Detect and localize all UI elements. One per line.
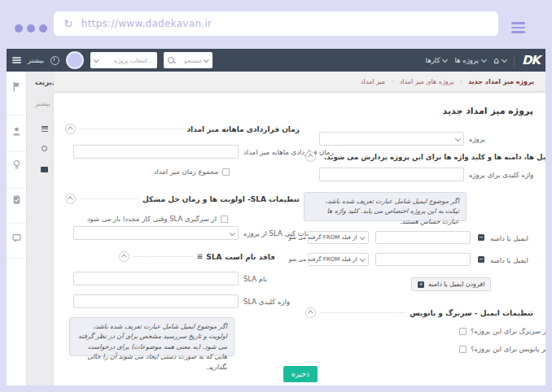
browser-menu-icon[interactable] bbox=[511, 20, 525, 36]
chevron-down-icon bbox=[360, 256, 365, 261]
chevron-down-icon bbox=[481, 56, 487, 62]
email-domain-input[interactable] bbox=[375, 231, 471, 244]
main-card: پروژه میز امداد جدید زمان قراردادی ماهان… bbox=[54, 93, 545, 385]
traffic-dot bbox=[27, 24, 35, 33]
project-select[interactable]: انتخاب پروژه... bbox=[90, 52, 157, 68]
sidebar-item-messages[interactable] bbox=[7, 224, 26, 259]
app-frame: بیشتر انتخاب پروژه... جستجو کارها bbox=[7, 49, 545, 385]
nav-menu-icon[interactable] bbox=[12, 55, 21, 65]
browser-chrome: ↻ https://www.dadekavan.ir bbox=[0, 0, 552, 49]
section-header-sla: تنظیمات SLA- اولویت ها و زمان حل مشکل bbox=[65, 194, 300, 204]
sidebar-item-flag[interactable] bbox=[7, 72, 26, 115]
reload-icon[interactable]: ↻ bbox=[64, 18, 73, 29]
email-info-box: اگر موضوع ایمیل شامل عبارت تعریف شده باش… bbox=[304, 192, 467, 221]
sidebar-flyout: مدیریت بیشتر bbox=[27, 72, 54, 385]
chevron-down-icon bbox=[455, 136, 460, 141]
sla-name-label: نام SLA bbox=[243, 275, 267, 283]
breadcrumb-separator: ‹ bbox=[391, 78, 394, 85]
lightbulb-icon bbox=[11, 159, 22, 170]
breadcrumb-item[interactable]: میز امداد bbox=[361, 78, 385, 85]
url-text[interactable]: https://www.dadekavan.ir bbox=[81, 18, 212, 29]
gear-icon[interactable] bbox=[42, 146, 47, 151]
breadcrumb: میز امداد ‹ پروژه های میز امداد ‹ پروژه … bbox=[54, 72, 545, 93]
change-header-checkbox[interactable] bbox=[459, 328, 467, 335]
flyout-more[interactable]: بیشتر bbox=[35, 100, 50, 107]
change-header-checkbox-label: تغییر سربرگ برای این پروژه؟ bbox=[471, 327, 545, 335]
nav-item-tasks[interactable]: کارها bbox=[426, 56, 448, 64]
sla-resume-checkbox[interactable] bbox=[221, 216, 228, 223]
sidebar-item-tasks[interactable] bbox=[7, 189, 26, 224]
breadcrumb-item[interactable]: پروژه های میز امداد bbox=[400, 78, 454, 85]
browser-window: ↻ https://www.dadekavan.ir بیشتر انتخاب … bbox=[0, 0, 552, 392]
email-source-select[interactable]: از فیلد FROM گرفته می شو bbox=[308, 253, 369, 266]
collapse-toggle-icon[interactable] bbox=[305, 151, 316, 162]
card-icon[interactable] bbox=[41, 167, 48, 172]
list-icon: ≡ bbox=[197, 253, 204, 260]
sidebar-item-ideas[interactable] bbox=[7, 152, 26, 189]
app-navbar: بیشتر انتخاب پروژه... جستجو کارها bbox=[7, 49, 545, 72]
project-keyword-input[interactable] bbox=[319, 168, 464, 181]
collapse-toggle-icon[interactable] bbox=[119, 251, 129, 262]
chevron-down-icon bbox=[360, 234, 365, 239]
project-keyword-label: واژه کلیدی برای پروژه bbox=[469, 171, 533, 179]
search-placeholder: جستجو bbox=[184, 57, 202, 64]
chevron-down-icon bbox=[230, 230, 234, 235]
add-email-button[interactable]: + افزودن ایمیل یا دامنه bbox=[411, 277, 491, 291]
email-domain-label: ایمیل یا دامنه bbox=[490, 256, 528, 264]
change-footer-checkbox[interactable] bbox=[459, 346, 467, 353]
sla-info-box: اگر موضوع ایمیل شامل عبارت تعریف شده باش… bbox=[69, 317, 234, 356]
dotted-divider bbox=[320, 312, 405, 313]
change-footer-checkbox-label: تغییر پانویس برای این پروژه؟ bbox=[471, 345, 545, 353]
change-header-checkbox-row[interactable]: تغییر سربرگ برای این پروژه؟ bbox=[459, 327, 545, 335]
nav-item-projects[interactable]: پروژه ها bbox=[454, 56, 486, 64]
project-field-select[interactable] bbox=[319, 132, 464, 146]
collapse-toggle-icon[interactable] bbox=[65, 124, 76, 134]
dotted-divider bbox=[80, 198, 138, 199]
total-time-checkbox-label: مجموع زمان میز امداد bbox=[154, 168, 218, 176]
sla-copy-select[interactable] bbox=[73, 226, 239, 240]
email-domain-input[interactable] bbox=[375, 253, 471, 266]
traffic-dot bbox=[15, 24, 23, 33]
app-logo[interactable]: DK bbox=[522, 53, 540, 68]
flag-icon bbox=[11, 81, 22, 92]
plus-icon: + bbox=[418, 281, 424, 288]
nav-item-home[interactable]: ⌂ bbox=[493, 56, 506, 65]
project-field-label: پروژه bbox=[469, 135, 485, 143]
sla-resume-checkbox-label: از سرگیری SLA وقتی کار مجددا باز می شود bbox=[87, 215, 217, 223]
sla-keyword-label: واژه کلیدی SLA bbox=[243, 298, 290, 306]
nav-search-box[interactable]: جستجو bbox=[164, 52, 212, 68]
app-body: مدیریت بیشتر میز امداد ‹ پروژه های میز ا… bbox=[7, 72, 545, 385]
remove-row-icon[interactable]: − bbox=[478, 256, 484, 263]
sidebar-item-users[interactable] bbox=[7, 115, 26, 152]
subsection-header-sla-noname: ≡ SLA فاقد نام است bbox=[119, 251, 275, 262]
chevron-down-icon bbox=[502, 56, 507, 62]
chevron-down-icon bbox=[204, 57, 208, 62]
nav-more-link[interactable]: بیشتر bbox=[28, 56, 44, 64]
dotted-divider bbox=[80, 128, 183, 129]
search-icon bbox=[168, 57, 174, 63]
user-avatar[interactable] bbox=[66, 51, 84, 69]
collapse-toggle-icon[interactable] bbox=[305, 307, 316, 318]
section-header-contract-time: زمان قراردادی ماهانه میز امداد bbox=[65, 124, 300, 134]
user-icon bbox=[11, 126, 22, 137]
url-bar[interactable]: ↻ https://www.dadekavan.ir bbox=[54, 11, 498, 36]
remove-row-icon[interactable]: − bbox=[478, 234, 484, 241]
sla-resume-checkbox-row[interactable]: از سرگیری SLA وقتی کار مجددا باز می شود bbox=[87, 215, 228, 223]
sort-icon[interactable] bbox=[42, 125, 48, 133]
email-domain-label: ایمیل یا دامنه bbox=[490, 234, 528, 242]
breadcrumb-item-current: پروژه میز امداد جدید bbox=[468, 78, 534, 85]
collapse-toggle-icon[interactable] bbox=[65, 194, 76, 204]
sla-name-input[interactable] bbox=[73, 272, 239, 285]
sla-keyword-input[interactable] bbox=[73, 294, 239, 308]
email-source-select[interactable]: از فیلد FROM گرفته می شو bbox=[308, 231, 369, 244]
clock-icon[interactable] bbox=[50, 56, 59, 65]
traffic-dot bbox=[39, 24, 47, 33]
flyout-title[interactable]: مدیریت bbox=[35, 78, 54, 86]
nav-divider bbox=[514, 54, 515, 67]
total-time-checkbox[interactable] bbox=[222, 168, 230, 176]
page-title: پروژه میز امداد جدید bbox=[443, 106, 533, 116]
change-footer-checkbox-row[interactable]: تغییر پانویس برای این پروژه؟ bbox=[459, 345, 545, 353]
total-time-checkbox-row[interactable]: مجموع زمان میز امداد bbox=[154, 168, 230, 176]
contract-time-input[interactable] bbox=[73, 145, 239, 159]
save-button[interactable]: ذخیره bbox=[283, 366, 318, 382]
